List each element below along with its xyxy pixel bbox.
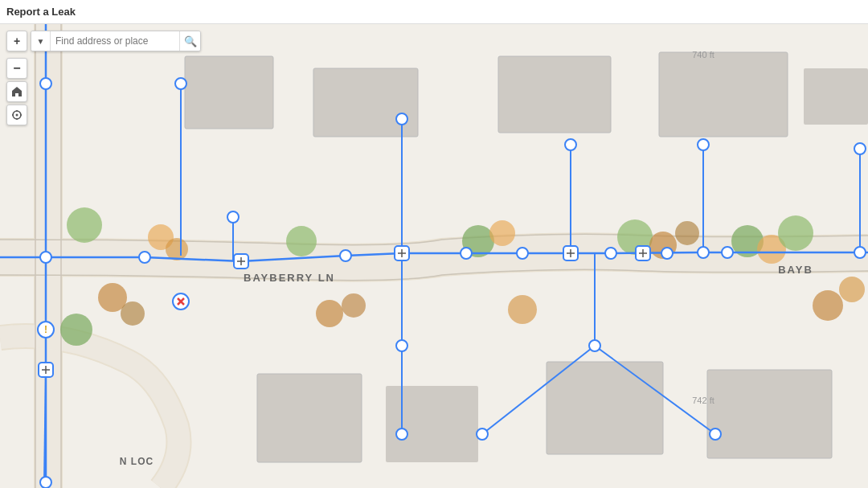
app: Report a Leak: [0, 0, 868, 488]
svg-point-27: [286, 226, 317, 256]
home-button[interactable]: [6, 81, 27, 102]
svg-point-23: [121, 301, 145, 326]
svg-rect-14: [257, 374, 362, 462]
svg-text:!: !: [44, 324, 47, 335]
svg-point-77: [589, 340, 600, 351]
svg-point-78: [477, 429, 488, 440]
svg-point-31: [489, 220, 515, 246]
app-title: Report a Leak: [6, 6, 76, 18]
svg-point-79: [710, 429, 721, 440]
dropdown-arrow-icon: ▼: [37, 37, 45, 46]
search-input[interactable]: [51, 35, 179, 47]
svg-point-63: [461, 248, 472, 259]
svg-point-39: [813, 290, 843, 321]
search-submit-button[interactable]: 🔍: [179, 31, 200, 51]
search-bar: ▼ 🔍: [31, 31, 201, 51]
zoom-in-button[interactable]: +: [6, 31, 27, 51]
zoom-out-button[interactable]: −: [6, 58, 27, 79]
svg-point-58: [139, 252, 150, 263]
map-container[interactable]: ! BAYBERRY LN BAYB N LOC 740 ft 742 ft +…: [0, 24, 868, 488]
svg-point-70: [698, 139, 709, 150]
svg-rect-17: [547, 362, 663, 454]
svg-point-64: [517, 248, 528, 259]
svg-point-71: [698, 247, 709, 258]
svg-point-75: [396, 340, 407, 351]
svg-point-26: [166, 238, 188, 260]
title-bar: Report a Leak: [0, 0, 868, 24]
svg-point-65: [565, 139, 576, 150]
svg-point-82: [40, 477, 51, 488]
svg-text:BAYB: BAYB: [778, 264, 813, 276]
map-background: ! BAYBERRY LN BAYB N LOC 740 ft 742 ft: [0, 24, 868, 488]
svg-point-76: [396, 429, 407, 440]
svg-text:N LOC: N LOC: [120, 456, 154, 467]
svg-point-57: [227, 211, 239, 223]
map-toolbar: + ▼ 🔍: [6, 31, 201, 51]
search-icon: 🔍: [184, 35, 197, 47]
svg-point-55: [175, 78, 186, 89]
svg-point-28: [316, 300, 343, 327]
svg-point-61: [396, 113, 407, 125]
svg-point-72: [722, 247, 733, 258]
svg-point-38: [778, 215, 813, 251]
svg-rect-11: [659, 52, 788, 137]
locate-icon: [11, 109, 23, 121]
locate-button[interactable]: [6, 105, 27, 125]
svg-text:740 ft: 740 ft: [692, 50, 714, 59]
svg-point-80: [40, 252, 51, 263]
svg-point-109: [16, 114, 18, 117]
svg-rect-13: [804, 68, 868, 125]
svg-point-69: [661, 248, 673, 259]
svg-point-74: [854, 247, 866, 258]
search-dropdown-button[interactable]: ▼: [31, 31, 51, 51]
svg-point-32: [508, 295, 537, 324]
svg-point-60: [340, 250, 351, 261]
svg-rect-16: [386, 386, 478, 462]
svg-point-29: [342, 293, 366, 318]
svg-text:742 ft: 742 ft: [692, 396, 714, 405]
svg-point-67: [605, 248, 616, 259]
svg-point-40: [839, 277, 865, 302]
svg-rect-5: [185, 56, 273, 129]
svg-point-21: [67, 207, 102, 243]
svg-rect-9: [498, 56, 611, 133]
svg-point-24: [60, 314, 92, 346]
svg-point-56: [40, 78, 51, 89]
svg-point-73: [854, 143, 866, 154]
svg-rect-19: [707, 370, 832, 458]
svg-text:BAYBERRY LN: BAYBERRY LN: [244, 272, 335, 284]
home-icon: [11, 86, 23, 97]
left-tools: −: [6, 58, 27, 125]
svg-point-35: [675, 221, 699, 245]
